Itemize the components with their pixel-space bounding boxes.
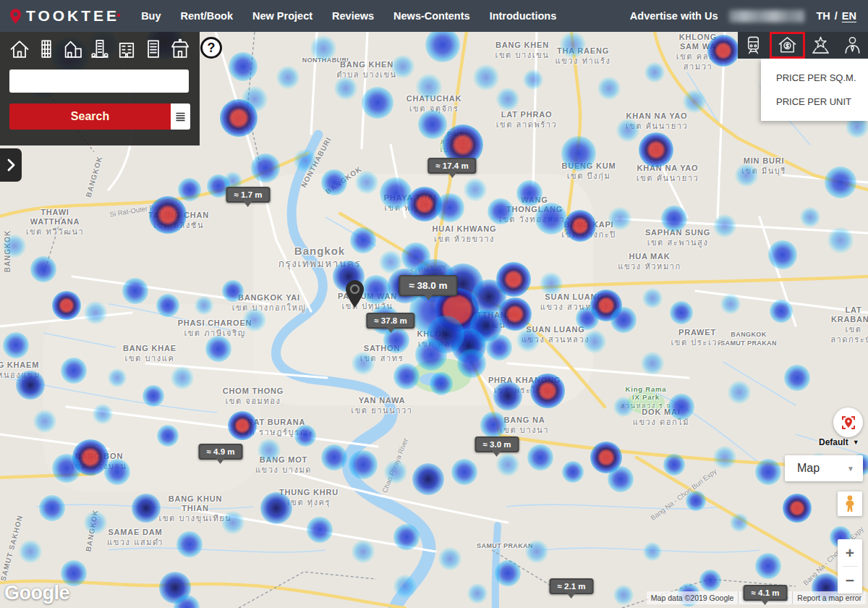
language-switcher: TH / EN xyxy=(816,10,856,22)
price-house-icon[interactable] xyxy=(770,32,806,59)
selected-location-pin[interactable] xyxy=(345,279,365,311)
office-icon[interactable] xyxy=(142,38,164,60)
pegman-control[interactable] xyxy=(838,491,862,516)
blurred-phone-number xyxy=(729,10,804,22)
list-icon xyxy=(175,111,186,122)
nav-menu: BuyRent/BookNew ProjectReviewsNews-Conte… xyxy=(141,10,556,22)
tooktee-map-page: NONTHABURIBANG KHENตำบล บางเขนBANG KHENเ… xyxy=(0,0,868,608)
map-toolbar xyxy=(738,32,868,59)
price-marker[interactable]: ≈ 17.4 m xyxy=(427,158,476,174)
top-navbar: TOOKTEE BuyRent/BookNew ProjectReviewsNe… xyxy=(0,0,868,32)
search-input[interactable] xyxy=(9,69,189,93)
help-button[interactable]: ? xyxy=(200,37,222,59)
lang-en[interactable]: EN xyxy=(842,10,856,22)
caret-down-icon: ▼ xyxy=(853,439,859,446)
dropdown-item-price-per-unit[interactable]: PRICE PER UNIT xyxy=(761,90,868,114)
train-icon[interactable] xyxy=(738,32,770,59)
price-marker[interactable]: ≈ 4.1 m xyxy=(744,585,788,601)
home-icon[interactable] xyxy=(9,38,30,60)
zoom-out-button[interactable]: − xyxy=(838,567,862,594)
search-row: Search xyxy=(9,104,190,130)
nav-item-new-project[interactable]: New Project xyxy=(252,10,312,22)
nav-item-buy[interactable]: Buy xyxy=(141,10,161,22)
highrise-icon[interactable] xyxy=(89,38,111,60)
list-view-button[interactable] xyxy=(171,104,190,130)
price-marker[interactable]: ≈ 4.9 m xyxy=(199,444,243,460)
shophouse-icon[interactable] xyxy=(169,38,191,60)
price-marker[interactable]: ≈ 3.0 m xyxy=(475,436,519,452)
search-button[interactable]: Search xyxy=(9,104,171,130)
zoom-control: + − xyxy=(838,539,862,594)
map-pin-focus-icon xyxy=(839,413,858,432)
price-mode-dropdown: PRICE PER SQ.M.PRICE PER UNIT xyxy=(761,59,868,121)
dropdown-item-price-per-sq-m[interactable]: PRICE PER SQ.M. xyxy=(761,66,868,90)
nav-item-introductions[interactable]: Introductions xyxy=(490,10,557,22)
locate-pin-button[interactable] xyxy=(833,408,863,437)
nav-item-news-contents[interactable]: News-Contents xyxy=(393,10,470,22)
map-type-label: Map xyxy=(797,462,820,475)
townhouse-icon[interactable] xyxy=(62,38,84,60)
nav-right: Advertise with Us TH / EN xyxy=(630,10,856,22)
lang-separator: / xyxy=(835,10,838,22)
google-logo: Google xyxy=(4,582,69,604)
condo-icon[interactable] xyxy=(35,38,57,60)
apartment-icon[interactable] xyxy=(116,38,137,60)
lang-th[interactable]: TH xyxy=(816,10,830,22)
caret-down-icon: ▼ xyxy=(847,465,854,473)
pegman-icon xyxy=(843,495,857,512)
map-type-button[interactable]: Map ▼ xyxy=(785,455,863,481)
default-style-dropdown[interactable]: Default ▼ xyxy=(819,437,859,447)
nav-item-reviews[interactable]: Reviews xyxy=(332,10,374,22)
map-data-credit: Map data ©2019 Google xyxy=(647,591,739,604)
panel-collapse-tab[interactable] xyxy=(0,148,22,182)
price-marker[interactable]: ≈ 2.1 m xyxy=(550,578,594,594)
price-marker[interactable]: ≈ 38.0 m xyxy=(399,275,457,296)
zoom-in-button[interactable]: + xyxy=(838,539,862,566)
star-project-icon[interactable] xyxy=(805,32,837,59)
default-style-label: Default xyxy=(819,437,848,447)
brand-name: TOOKTEE xyxy=(26,7,119,25)
map-pin-logo-icon xyxy=(10,9,21,24)
chevron-right-icon xyxy=(6,157,17,173)
agent-icon[interactable] xyxy=(837,32,868,59)
brand-logo[interactable]: TOOKTEE xyxy=(10,7,119,25)
building-type-filters xyxy=(0,32,200,60)
nav-item-rent-book[interactable]: Rent/Book xyxy=(181,10,234,22)
search-panel: Search xyxy=(0,32,200,145)
price-marker[interactable]: ≈ 37.8 m xyxy=(366,313,414,329)
price-marker[interactable]: ≈ 1.7 m xyxy=(226,187,271,203)
advertise-link[interactable]: Advertise with Us xyxy=(630,10,718,22)
